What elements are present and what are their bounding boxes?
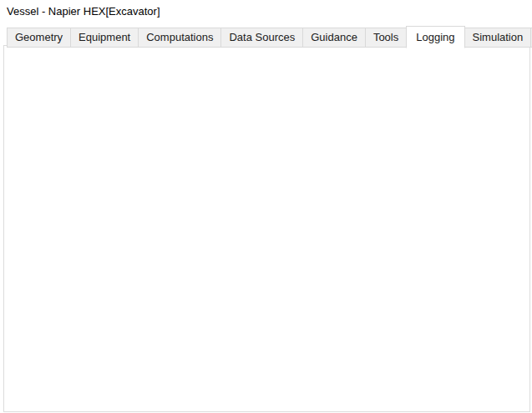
tab-panel [3, 45, 530, 412]
tab-geometry[interactable]: Geometry [7, 28, 71, 48]
tab-equipment[interactable]: Equipment [70, 28, 139, 48]
window-title: Vessel - Napier HEX[Excavator] [7, 5, 160, 18]
tab-tools[interactable]: Tools [365, 28, 407, 48]
tab-bar: Geometry Equipment Computations Data Sou… [7, 26, 532, 48]
tab-guidance[interactable]: Guidance [302, 28, 366, 48]
vessel-settings-window: Vessel - Napier HEX[Excavator] Geometry … [0, 0, 532, 413]
tab-simulation[interactable]: Simulation [464, 28, 532, 48]
tab-logging[interactable]: Logging [406, 26, 464, 48]
tab-computations[interactable]: Computations [138, 28, 221, 48]
tab-data-sources[interactable]: Data Sources [220, 28, 303, 48]
